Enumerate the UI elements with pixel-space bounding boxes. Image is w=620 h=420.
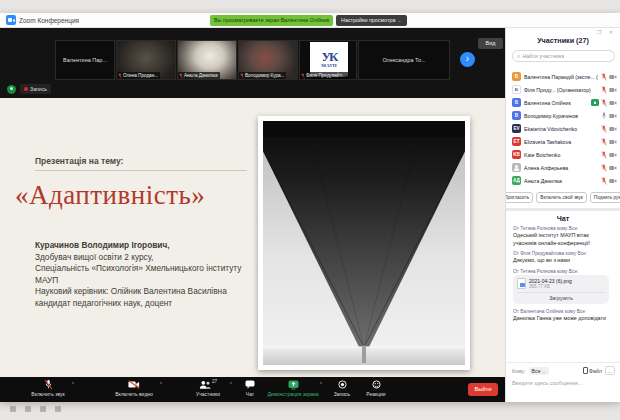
participant-row[interactable]: В Валентина Олійник [506, 96, 620, 109]
app-identity: Zoom Конференция [6, 15, 79, 25]
camera-off-icon [128, 380, 140, 389]
camera-off-icon [609, 113, 617, 119]
participant-row[interactable]: KB Kate Boichenko [506, 148, 620, 161]
to-label: Кому: [512, 368, 526, 374]
chat-panel-title: Чат [506, 214, 620, 223]
security-shield-icon[interactable] [7, 85, 16, 94]
mic-muted-icon [601, 138, 607, 146]
slide-line: Науковий керівник: Олійник Валентина Вас… [35, 286, 241, 298]
slide-kicker: Презентація на тему: [35, 156, 123, 166]
shared-screen-slide: Презентація на тему: «Адаптивність» Кура… [0, 98, 505, 388]
chevron-down-icon: ⌄ [542, 369, 546, 374]
participants-button[interactable]: 27 ^ Участники [182, 379, 234, 400]
sharing-screen-badge [591, 99, 599, 106]
camera-off-icon [609, 87, 617, 93]
slide-title: «Адаптивність» [15, 180, 205, 211]
chevron-up-icon[interactable]: ^ [320, 381, 322, 387]
participant-row[interactable]: EV Ekaterina Vdovichenko [506, 122, 620, 135]
mic-muted-icon [601, 164, 607, 172]
mic-muted-icon [601, 99, 607, 107]
video-thumbnail[interactable]: Олександра То... [358, 40, 450, 80]
screen-share-banner: Вы просматриваете экран Валентина Олійни… [210, 15, 333, 26]
panel-window-controls[interactable]: ❐ ✕ [597, 29, 616, 35]
app-title: Zoom Конференция [19, 17, 79, 24]
participants-count-badge: 27 [212, 379, 217, 384]
chat-message-text: Одеський інститут МАУП вітає учасників о… [513, 232, 614, 247]
participant-row[interactable]: ET Elizaveta Tashakova [506, 135, 620, 148]
participant-row[interactable]: В Валентина Парандій (экспе... (Я) [506, 70, 620, 83]
participant-search-input[interactable]: ⌕ Найти участника [512, 50, 615, 62]
raise-hand-button[interactable]: Поднять руку [590, 192, 620, 203]
avatar-maup-logo: К [512, 85, 521, 94]
search-icon: ⌕ [517, 53, 520, 60]
view-mode-button[interactable]: Вид [478, 38, 503, 49]
reactions-button[interactable]: Реакции [358, 379, 394, 400]
camera-off-icon [609, 152, 617, 158]
unmute-button[interactable]: ^ Включить звук [8, 379, 88, 400]
muted-mic-icon [179, 73, 183, 79]
chat-message-text: Дякуємо, що ви з нами [513, 257, 614, 265]
participants-icon [199, 380, 211, 390]
mic-muted-icon [601, 73, 607, 81]
slide-details: Курачинов Володимир Ігорович, Здобувач в… [35, 240, 241, 309]
share-screen-icon [288, 380, 299, 390]
next-page-arrow-button[interactable]: › [460, 52, 475, 67]
chevron-down-icon: ⌄ [398, 17, 402, 23]
avatar: ET [512, 137, 521, 146]
chat-message-meta: От Філя Придувайлова кому Все: [513, 251, 614, 256]
participant-row[interactable]: Алена Алферьева [506, 161, 620, 174]
participants-panel-title: Участники (27) [506, 36, 620, 45]
unmute-self-button[interactable]: Включить свой звук [536, 192, 587, 203]
image-file-icon [517, 278, 526, 289]
avatar: В [512, 72, 521, 81]
chevron-up-icon[interactable]: ^ [230, 381, 232, 387]
camera-off-icon [609, 165, 617, 171]
chat-message-text: Данилюк Ганна уже може доповідати [513, 315, 614, 323]
maup-logo: УК МАУП [310, 42, 348, 76]
camera-off-icon [609, 126, 617, 132]
video-thumbnail[interactable]: Олена Продан... [116, 40, 176, 80]
recipient-select[interactable]: Все ⌄ [529, 367, 549, 375]
video-thumbnail[interactable]: Анюта Данилюк [177, 40, 237, 80]
record-dot-icon [24, 87, 28, 91]
video-thumbnail[interactable]: Валентина Пар... [55, 40, 115, 80]
muted-mic-icon [240, 73, 244, 79]
share-screen-button[interactable]: ^ Демонстрация экрана [262, 379, 324, 400]
avatar: В [512, 98, 521, 107]
camera-off-icon [609, 178, 617, 184]
window-titlebar: Zoom Конференция Вы просматриваете экран… [0, 13, 620, 28]
invite-button[interactable]: Пригласить [505, 192, 533, 203]
slide-rule [35, 170, 247, 171]
zoom-app-icon [6, 15, 16, 25]
chat-input[interactable]: Введите здесь сообщение... [512, 380, 615, 386]
participant-row[interactable]: В Володимир Курачинов [506, 109, 620, 122]
file-icon [583, 367, 588, 374]
start-video-button[interactable]: ^ Включить видео [92, 379, 176, 400]
record-button[interactable]: Запись [326, 379, 358, 400]
mic-muted-icon [601, 151, 607, 159]
chevron-up-icon[interactable]: ^ [72, 381, 74, 387]
view-settings-button[interactable]: Настройки просмотра⌄ [336, 15, 407, 26]
participant-row[interactable]: АД Анюта Данилюк [506, 174, 620, 187]
chat-bubble-icon [245, 380, 255, 389]
taskbar-icon [10, 406, 16, 412]
more-options-button[interactable]: ... [605, 366, 615, 375]
record-icon [338, 380, 347, 389]
zoom-window: Zoom Конференция Вы просматриваете экран… [0, 13, 620, 402]
muted-mic-icon [118, 73, 122, 79]
video-thumbnail-maup-logo[interactable]: УК МАУП Филя Придувайл... [299, 40, 357, 80]
mic-muted-icon [601, 125, 607, 133]
chevron-up-icon[interactable]: ^ [160, 381, 162, 387]
participants-footer: Пригласить Включить свой звук Поднять ру… [506, 192, 620, 203]
chat-button[interactable]: Чат [236, 379, 264, 400]
participant-row[interactable]: К Філя Приду... (Организатор) [506, 83, 620, 96]
chat-file-attachment[interactable]: 2021-04-23 (6).png 365.77 КБ Загрузить [513, 275, 609, 304]
attach-file-button[interactable]: Файл [583, 367, 602, 374]
slide-line: Здобувач вищої освіти 2 курсу, [35, 252, 241, 264]
leave-button[interactable]: Выйти [468, 383, 498, 396]
download-button[interactable]: Загрузить [517, 292, 605, 304]
video-thumbnail[interactable]: Володимир Кура... [238, 40, 298, 80]
video-filmstrip: Валентина Пар... Олена Продан... Анюта Д… [55, 40, 450, 80]
taskbar-icons [10, 406, 61, 412]
avatar: АД [512, 176, 521, 185]
